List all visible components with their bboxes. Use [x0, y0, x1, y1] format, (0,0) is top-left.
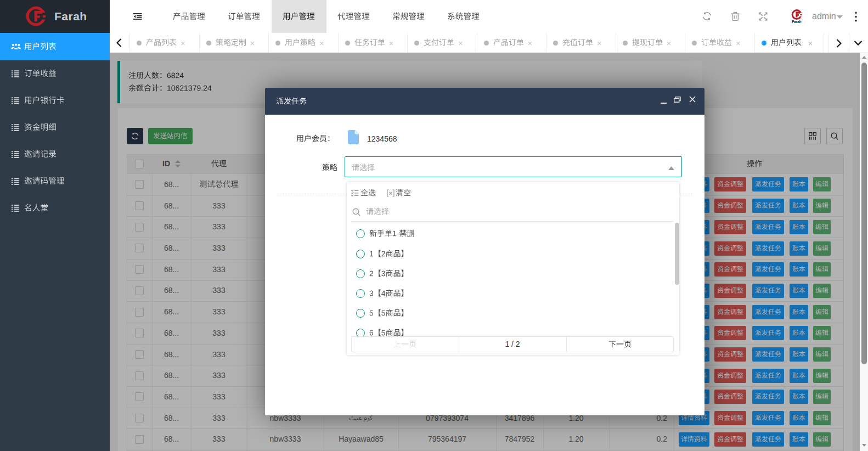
svg-text:Farah: Farah	[792, 20, 802, 24]
